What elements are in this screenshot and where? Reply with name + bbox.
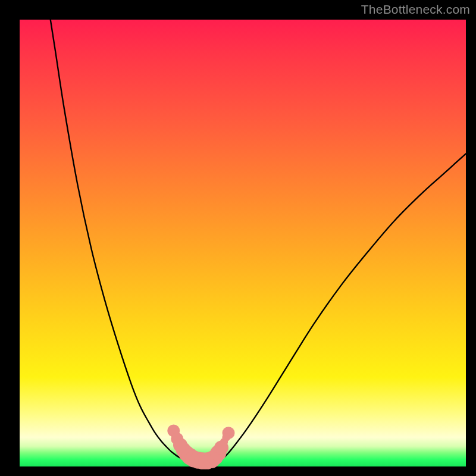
chart-frame: TheBottleneck.com xyxy=(0,0,476,476)
plot-area xyxy=(20,20,466,466)
chart-svg xyxy=(20,20,466,466)
curve-right-branch xyxy=(218,154,466,461)
watermark-text: TheBottleneck.com xyxy=(361,2,470,17)
valley-markers xyxy=(167,424,234,469)
marker-dot xyxy=(223,433,231,441)
curve-left-branch xyxy=(51,20,189,461)
